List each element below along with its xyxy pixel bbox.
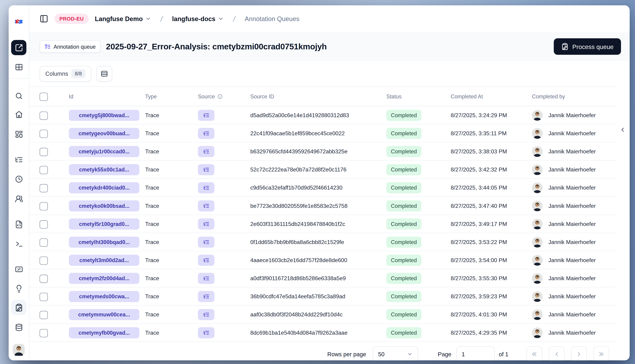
- row-checkbox[interactable]: [40, 329, 48, 337]
- row-id-pill[interactable]: cmetykdr400ciad0...: [69, 182, 139, 193]
- row-checkbox[interactable]: [40, 256, 48, 264]
- sidebar-item-users[interactable]: [11, 191, 26, 206]
- status-badge: Completed: [386, 182, 421, 193]
- breadcrumb-org[interactable]: Langfuse Demo: [95, 15, 151, 22]
- row-id-pill[interactable]: cmetymyfb00gvad...: [69, 327, 139, 338]
- avatar: [532, 291, 543, 302]
- row-checkbox[interactable]: [40, 220, 48, 228]
- row-completed-by: Jannik Maierhoefer: [548, 239, 596, 245]
- row-source-link[interactable]: [198, 236, 215, 248]
- sidebar-divider: [9, 78, 29, 78]
- table-row[interactable]: cmetyg5j800bwad... Trace d5ad9d52a00c6e1…: [29, 106, 616, 124]
- last-page-button[interactable]: [593, 346, 609, 360]
- page-number-input[interactable]: 1: [456, 346, 495, 360]
- row-id-pill[interactable]: cmetyg5j800bwad...: [69, 110, 139, 121]
- row-checkbox[interactable]: [40, 238, 48, 246]
- row-id-pill[interactable]: cmetylt3m00d2ad...: [69, 254, 139, 266]
- row-id-pill[interactable]: cmetym2fz00d4ad...: [69, 273, 139, 284]
- row-id-pill[interactable]: cmetygeov00buad...: [69, 128, 139, 139]
- select-all-checkbox[interactable]: [40, 92, 48, 101]
- row-checkbox[interactable]: [40, 112, 48, 120]
- avatar: [532, 128, 543, 138]
- col-header-type[interactable]: Type: [145, 87, 157, 106]
- row-checkbox[interactable]: [40, 274, 48, 283]
- table-row[interactable]: cmetym2fz00d4ad... Trace a0df3f901167218…: [29, 269, 616, 288]
- col-header-source-id[interactable]: Source ID: [250, 87, 274, 106]
- row-height-button[interactable]: [96, 66, 112, 82]
- row-source-link[interactable]: [198, 128, 215, 139]
- row-checkbox[interactable]: [40, 148, 48, 156]
- row-checkbox[interactable]: [40, 184, 48, 192]
- table-row[interactable]: cmetymmuw00cea... Trace aaf0c38db0f3f204…: [29, 306, 616, 324]
- row-source-link[interactable]: [198, 200, 215, 211]
- table-row[interactable]: cmetymyfb00gvad... Trace 8dc69b1ba1e540b…: [29, 324, 616, 342]
- sidebar-toggle-icon[interactable]: [40, 14, 48, 23]
- col-header-status[interactable]: Status: [386, 87, 401, 106]
- sidebar-item-annotation-queues[interactable]: [11, 300, 26, 315]
- sidebar-item-open-project[interactable]: [11, 40, 26, 55]
- first-page-button[interactable]: [526, 346, 542, 360]
- table-row[interactable]: cmetylt3m00d2ad... Trace 4aaece1603cb2e1…: [29, 251, 616, 269]
- trace-icon: [203, 293, 209, 299]
- table-row[interactable]: cmetygeov00buad... Trace 22c41f09acae5b1…: [29, 124, 616, 142]
- row-source-id: d5ad9d52a00c6e14e1d4192880312d83: [250, 112, 349, 118]
- row-id-pill[interactable]: cmetylht300bqad0...: [69, 236, 139, 248]
- row-source-link[interactable]: [198, 291, 215, 302]
- sidebar-item-sessions[interactable]: [11, 171, 26, 186]
- sidebar-item-search[interactable]: [11, 88, 26, 104]
- row-id-pill[interactable]: cmetyko0k00bsad...: [69, 200, 139, 211]
- columns-button[interactable]: Columns 8/8: [40, 66, 91, 82]
- row-source-link[interactable]: [198, 146, 215, 157]
- row-source-link[interactable]: [198, 218, 215, 229]
- row-source-link[interactable]: [198, 182, 215, 193]
- avatar: [532, 110, 543, 120]
- table-row[interactable]: cmetylht300bqad0... Trace 0f1dd65b7bb9bf…: [29, 233, 616, 251]
- row-source-link[interactable]: [198, 273, 215, 284]
- col-header-source[interactable]: Source: [198, 87, 223, 106]
- row-id-pill[interactable]: cmetyl5r100grad0...: [69, 218, 139, 229]
- row-source-link[interactable]: [198, 254, 215, 266]
- trace-icon: [203, 130, 209, 136]
- row-id-pill[interactable]: cmetymeds00cwa...: [69, 291, 139, 302]
- row-id-pill[interactable]: cmetyju1r00ccad0...: [69, 146, 139, 157]
- sidebar-item-tracing[interactable]: [11, 152, 26, 167]
- table-row[interactable]: cmetyl5r100grad0... Trace 2e603f31361115…: [29, 215, 616, 233]
- table-row[interactable]: cmetymeds00cwa... Trace 36b90cdfc47e5da1…: [29, 288, 616, 306]
- user-avatar[interactable]: [13, 344, 25, 356]
- row-source-link[interactable]: [198, 309, 215, 320]
- sidebar-item-playground[interactable]: [11, 236, 26, 251]
- table-row[interactable]: cmetykdr400ciad0... Trace c9d56ca32efaff…: [29, 179, 616, 197]
- previous-page-button[interactable]: [549, 346, 564, 360]
- sidebar-item-prompts[interactable]: [11, 216, 26, 232]
- environment-badge[interactable]: PROD-EU: [54, 14, 89, 24]
- col-header-completed-by[interactable]: Completed by: [532, 87, 565, 106]
- row-source-link[interactable]: [198, 164, 215, 175]
- next-page-button[interactable]: [571, 346, 587, 360]
- sidebar-item-evaluation[interactable]: [11, 262, 26, 277]
- row-source-link[interactable]: [198, 110, 215, 121]
- table-row[interactable]: cmetyko0k00bsad... Trace be7723e30d80205…: [29, 197, 616, 215]
- sidebar-item-table-view[interactable]: [11, 60, 26, 75]
- row-checkbox[interactable]: [40, 202, 48, 210]
- table-row[interactable]: cmetyk55x00c1ad... Trace 52c72c2222ea78e…: [29, 160, 616, 179]
- breadcrumb-project[interactable]: langfuse-docs: [172, 15, 224, 22]
- row-checkbox[interactable]: [40, 166, 48, 174]
- sidebar-item-home[interactable]: [11, 107, 26, 122]
- col-header-id[interactable]: Id: [69, 87, 73, 106]
- row-id-pill[interactable]: cmetymmuw00cea...: [69, 309, 139, 320]
- rows-per-page-select[interactable]: 50: [373, 346, 418, 360]
- sidebar-item-dashboards[interactable]: [11, 126, 26, 142]
- row-checkbox[interactable]: [40, 293, 48, 301]
- col-header-completed-at[interactable]: Completed At: [451, 87, 483, 106]
- sidebar-item-insights[interactable]: [11, 281, 26, 296]
- avatar: [532, 200, 543, 211]
- row-source-link[interactable]: [198, 327, 215, 338]
- row-id-pill[interactable]: cmetyk55x00c1ad...: [69, 164, 139, 175]
- process-queue-button[interactable]: Process queue: [554, 38, 621, 55]
- sidebar-item-datasets[interactable]: [11, 320, 26, 335]
- panel-collapse-button[interactable]: [617, 124, 628, 136]
- avatar: [532, 273, 543, 284]
- table-row[interactable]: cmetyju1r00ccad0... Trace b63297665cfd44…: [29, 142, 616, 160]
- row-checkbox[interactable]: [40, 130, 48, 138]
- row-checkbox[interactable]: [40, 311, 48, 319]
